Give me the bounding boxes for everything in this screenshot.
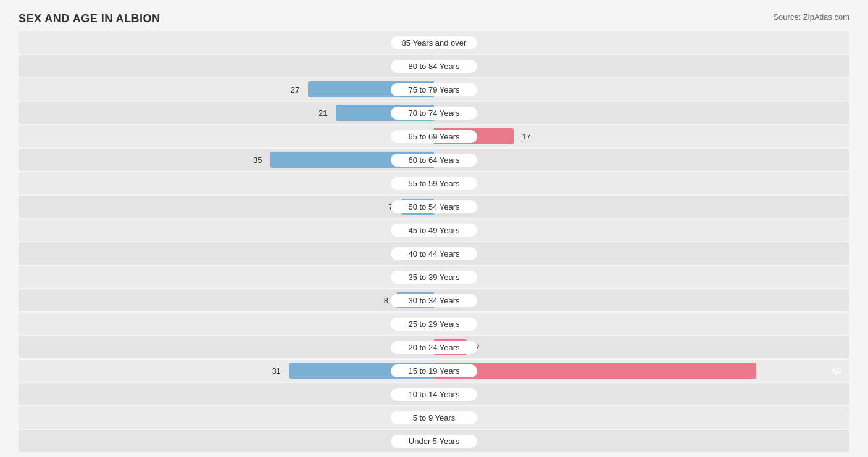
bar-row: 25 to 29 Years00 xyxy=(19,313,849,335)
bar-row: 45 to 49 Years00 xyxy=(19,219,849,241)
bar-row: 10 to 14 Years00 xyxy=(19,383,849,405)
age-label: 65 to 69 Years xyxy=(391,130,477,143)
bar-row: 85 Years and over00 xyxy=(19,31,849,54)
bar-row: 80 to 84 Years00 xyxy=(19,55,849,77)
bar-row: 20 to 24 Years07 xyxy=(19,336,849,358)
female-bar xyxy=(434,363,756,379)
age-label: 55 to 59 Years xyxy=(391,177,477,190)
age-label: 85 Years and over xyxy=(391,36,477,49)
chart-header: SEX AND AGE IN ALBION Source: ZipAtlas.c… xyxy=(19,12,849,25)
age-label: 25 to 29 Years xyxy=(391,318,477,331)
age-label: 35 to 39 Years xyxy=(391,271,477,284)
bar-row: 55 to 59 Years00 xyxy=(19,172,849,194)
bar-row: 5 to 9 Years00 xyxy=(19,406,849,429)
age-label: 75 to 79 Years xyxy=(391,83,477,96)
bar-row: 15 to 19 Years3169 xyxy=(19,360,849,382)
bar-row: 40 to 44 Years00 xyxy=(19,242,849,265)
chart-container: SEX AND AGE IN ALBION Source: ZipAtlas.c… xyxy=(19,12,849,457)
chart-area: 85 Years and over0080 to 84 Years0075 to… xyxy=(19,31,849,452)
bar-row: Under 5 Years00 xyxy=(19,430,849,452)
age-label: 50 to 54 Years xyxy=(391,200,477,213)
age-label: 40 to 44 Years xyxy=(391,247,477,260)
age-label: Under 5 Years xyxy=(391,435,477,448)
female-value: 69 xyxy=(832,366,841,376)
bar-row: 70 to 74 Years210 xyxy=(19,102,849,124)
age-label: 45 to 49 Years xyxy=(391,224,477,237)
age-label: 80 to 84 Years xyxy=(391,60,477,73)
age-label: 60 to 64 Years xyxy=(391,154,477,167)
male-value: 35 xyxy=(253,155,262,165)
age-label: 10 to 14 Years xyxy=(391,388,477,401)
female-value: 17 xyxy=(522,132,530,141)
age-label: 20 to 24 Years xyxy=(391,341,477,354)
age-label: 5 to 9 Years xyxy=(391,411,477,424)
bar-row: 75 to 79 Years270 xyxy=(19,78,849,101)
bar-row: 35 to 39 Years00 xyxy=(19,266,849,288)
chart-title: SEX AND AGE IN ALBION xyxy=(19,12,161,25)
age-label: 70 to 74 Years xyxy=(391,107,477,120)
bar-row: 65 to 69 Years017 xyxy=(19,125,849,147)
chart-source: Source: ZipAtlas.com xyxy=(773,12,849,22)
male-value: 21 xyxy=(319,109,327,118)
bar-row: 50 to 54 Years70 xyxy=(19,196,849,218)
bar-row: 30 to 34 Years80 xyxy=(19,289,849,311)
age-label: 15 to 19 Years xyxy=(391,364,477,377)
male-value: 31 xyxy=(272,366,280,376)
male-value: 27 xyxy=(291,85,299,94)
bar-row: 60 to 64 Years350 xyxy=(19,149,849,171)
male-value: 8 xyxy=(384,296,388,305)
age-label: 30 to 34 Years xyxy=(391,294,477,307)
